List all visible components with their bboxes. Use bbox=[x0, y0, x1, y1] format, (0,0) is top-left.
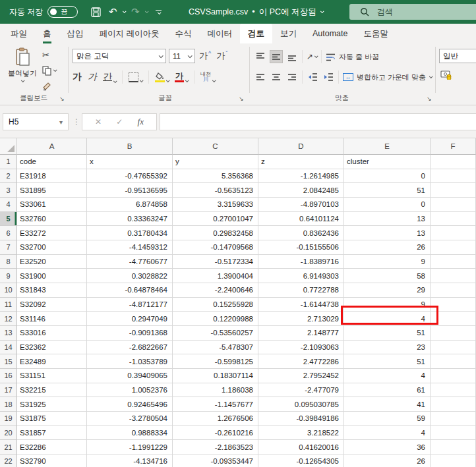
number-format-select[interactable]: 일반 bbox=[439, 49, 476, 63]
cell-F18[interactable] bbox=[431, 397, 476, 412]
cell-D3[interactable]: 2.0842485 bbox=[258, 183, 344, 198]
font-size-select[interactable]: 11 bbox=[169, 49, 195, 63]
tab-5[interactable]: 수식 bbox=[167, 24, 199, 43]
cell-C7[interactable]: -0.14709568 bbox=[173, 240, 258, 255]
cancel-button[interactable]: ✕ bbox=[95, 117, 102, 126]
cell-D16[interactable]: 2.7952452 bbox=[258, 369, 344, 383]
tab-10[interactable]: 도움말 bbox=[356, 24, 397, 43]
undo-button[interactable]: ↶ bbox=[105, 4, 120, 20]
tab-file[interactable]: 파일 bbox=[3, 24, 35, 43]
redo-button[interactable]: ↷ bbox=[128, 4, 142, 20]
cell-E6[interactable]: 13 bbox=[344, 226, 431, 240]
wrap-text-button[interactable]: 자동 줄 바꿈 bbox=[326, 52, 379, 62]
select-all-corner[interactable] bbox=[0, 138, 17, 155]
cell-E21[interactable]: 36 bbox=[344, 440, 431, 454]
cell-F15[interactable] bbox=[431, 354, 476, 369]
cell-E10[interactable]: 29 bbox=[344, 283, 431, 298]
cell-D14[interactable]: -2.1093063 bbox=[258, 341, 344, 355]
name-box[interactable]: H5 ▾ bbox=[3, 113, 69, 130]
cell-D19[interactable]: -0.39849186 bbox=[258, 412, 344, 426]
cell-E15[interactable]: 51 bbox=[344, 354, 431, 369]
cell-D2[interactable]: -1.2614985 bbox=[258, 169, 344, 184]
row-header-11[interactable]: 11 bbox=[0, 298, 17, 312]
cell-C15[interactable]: -0.5998125 bbox=[173, 354, 258, 369]
column-header-C[interactable]: C bbox=[173, 138, 258, 155]
underline-button[interactable]: 간 bbox=[103, 71, 116, 83]
cell-C6[interactable]: 0.29832458 bbox=[173, 226, 258, 240]
cell-F21[interactable] bbox=[431, 440, 476, 454]
row-header-20[interactable]: 20 bbox=[0, 426, 17, 441]
cell-E17[interactable]: 61 bbox=[344, 383, 431, 398]
cell-C19[interactable]: 1.2676506 bbox=[173, 412, 258, 426]
cell-A3[interactable]: S31895 bbox=[17, 183, 87, 198]
cell-F3[interactable] bbox=[431, 183, 476, 198]
customize-qat-button[interactable] bbox=[156, 10, 162, 14]
cell-B7[interactable]: -4.1459312 bbox=[87, 240, 173, 255]
cell-C18[interactable]: -1.1457677 bbox=[173, 397, 258, 412]
cell-F11[interactable] bbox=[431, 298, 476, 312]
tab-4[interactable]: 페이지 레이아웃 bbox=[92, 24, 167, 43]
cell-A12[interactable]: S31146 bbox=[17, 312, 87, 326]
save-button[interactable] bbox=[88, 4, 103, 20]
row-header-2[interactable]: 2 bbox=[0, 169, 17, 184]
cell-A6[interactable]: E33272 bbox=[17, 226, 87, 240]
font-dialog-launcher[interactable]: ↘ bbox=[237, 95, 245, 103]
cell-B8[interactable]: -4.7760677 bbox=[87, 255, 173, 269]
row-header-1[interactable]: 1 bbox=[0, 155, 17, 169]
cell-E20[interactable]: 4 bbox=[344, 426, 431, 441]
cell-F8[interactable] bbox=[431, 255, 476, 269]
cell-F5[interactable] bbox=[431, 212, 476, 227]
cell-D1[interactable]: z bbox=[258, 155, 344, 169]
cell-B6[interactable]: 0.31780434 bbox=[87, 226, 173, 240]
row-header-4[interactable]: 4 bbox=[0, 198, 17, 212]
cell-A20[interactable]: S31857 bbox=[17, 426, 87, 441]
undo-dropdown-icon[interactable] bbox=[123, 9, 127, 13]
cell-B9[interactable]: 0.3028822 bbox=[87, 269, 173, 283]
cell-F16[interactable] bbox=[431, 369, 476, 383]
row-header-14[interactable]: 14 bbox=[0, 341, 17, 355]
font-name-select[interactable]: 맑은 고딕 bbox=[73, 49, 166, 63]
row-header-6[interactable]: 6 bbox=[0, 226, 17, 240]
cell-A16[interactable]: S31151 bbox=[17, 369, 87, 383]
cell-F20[interactable] bbox=[431, 426, 476, 441]
cell-C22[interactable]: -0.09353447 bbox=[173, 454, 258, 467]
orientation-button[interactable]: ↗ bbox=[307, 52, 317, 61]
search-input[interactable] bbox=[377, 7, 463, 16]
cell-C13[interactable]: -0.53560257 bbox=[173, 326, 258, 341]
cell-E13[interactable]: 51 bbox=[344, 326, 431, 341]
cell-B14[interactable]: -2.6822667 bbox=[87, 341, 173, 355]
cell-A18[interactable]: S31925 bbox=[17, 397, 87, 412]
cell-D11[interactable]: -1.6144738 bbox=[258, 298, 344, 312]
cut-button[interactable]: ✂ bbox=[42, 49, 49, 61]
cell-C3[interactable]: -0.5635123 bbox=[173, 183, 258, 198]
cell-B13[interactable]: -0.9091368 bbox=[87, 326, 173, 341]
cell-E11[interactable]: 9 bbox=[344, 298, 431, 312]
cell-B22[interactable]: -4.134716 bbox=[87, 454, 173, 467]
cell-D7[interactable]: -0.15155506 bbox=[258, 240, 344, 255]
name-box-dropdown-icon[interactable]: ▾ bbox=[59, 119, 63, 126]
align-center-button[interactable] bbox=[270, 71, 282, 83]
cell-B12[interactable]: 0.2947049 bbox=[87, 312, 173, 326]
cell-F13[interactable] bbox=[431, 326, 476, 341]
row-header-9[interactable]: 9 bbox=[0, 269, 17, 283]
cell-B4[interactable]: 6.874858 bbox=[87, 198, 173, 212]
align-right-button[interactable] bbox=[286, 71, 298, 83]
cell-C20[interactable]: -0.2610216 bbox=[173, 426, 258, 441]
phonetic-guide-button[interactable]: 내천 川 bbox=[200, 72, 215, 82]
row-header-21[interactable]: 21 bbox=[0, 440, 17, 454]
cell-C14[interactable]: -5.478307 bbox=[173, 341, 258, 355]
cell-B11[interactable]: -4.8712177 bbox=[87, 298, 173, 312]
cell-E7[interactable]: 26 bbox=[344, 240, 431, 255]
search-box[interactable] bbox=[349, 4, 476, 20]
column-header-F[interactable]: F bbox=[431, 138, 476, 155]
cell-E4[interactable]: 0 bbox=[344, 198, 431, 212]
cell-B20[interactable]: 0.9888334 bbox=[87, 426, 173, 441]
cell-B10[interactable]: -0.64878464 bbox=[87, 283, 173, 298]
cell-D15[interactable]: 2.4772286 bbox=[258, 354, 344, 369]
font-color-button[interactable]: 가 bbox=[175, 72, 188, 82]
tab-3[interactable]: 삽입 bbox=[59, 24, 92, 43]
cell-C4[interactable]: 3.3159633 bbox=[173, 198, 258, 212]
merge-center-button[interactable]: ↔ 병합하고 가운데 맞춤 bbox=[343, 72, 432, 82]
cell-D20[interactable]: 3.218522 bbox=[258, 426, 344, 441]
increase-indent-button[interactable] bbox=[322, 71, 334, 83]
